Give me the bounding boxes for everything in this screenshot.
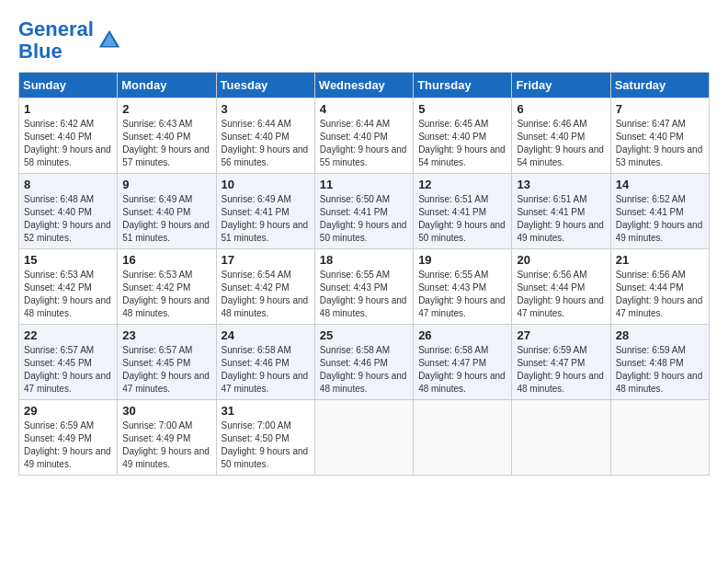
day-info: Sunrise: 7:00 AMSunset: 4:49 PMDaylight:… <box>122 419 210 471</box>
day-info: Sunrise: 6:45 AMSunset: 4:40 PMDaylight:… <box>418 118 506 169</box>
calendar-cell: 17Sunrise: 6:54 AMSunset: 4:42 PMDayligh… <box>216 249 314 325</box>
day-number: 5 <box>418 102 506 116</box>
day-info: Sunrise: 6:44 AMSunset: 4:40 PMDaylight:… <box>222 118 310 169</box>
calendar-cell <box>414 400 512 476</box>
calendar-cell: 18Sunrise: 6:55 AMSunset: 4:43 PMDayligh… <box>314 249 413 325</box>
calendar-cell <box>512 400 610 476</box>
day-header-thursday: Thursday <box>414 73 512 98</box>
day-info: Sunrise: 6:47 AMSunset: 4:40 PMDaylight:… <box>616 118 704 169</box>
day-number: 27 <box>517 328 605 342</box>
day-info: Sunrise: 6:57 AMSunset: 4:45 PMDaylight:… <box>122 344 210 396</box>
day-number: 23 <box>122 328 210 342</box>
day-number: 25 <box>320 328 408 342</box>
day-number: 2 <box>122 102 210 116</box>
calendar-cell: 3Sunrise: 6:44 AMSunset: 4:40 PMDaylight… <box>216 98 314 174</box>
calendar-cell: 19Sunrise: 6:55 AMSunset: 4:43 PMDayligh… <box>414 249 512 325</box>
day-number: 21 <box>616 253 704 267</box>
day-number: 13 <box>517 178 605 191</box>
calendar-cell: 27Sunrise: 6:59 AMSunset: 4:47 PMDayligh… <box>512 325 610 400</box>
day-info: Sunrise: 6:58 AMSunset: 4:46 PMDaylight:… <box>320 344 408 396</box>
day-info: Sunrise: 6:51 AMSunset: 4:41 PMDaylight:… <box>517 193 605 245</box>
day-number: 28 <box>616 328 704 342</box>
day-info: Sunrise: 6:57 AMSunset: 4:45 PMDaylight:… <box>24 344 112 396</box>
logo: General Blue <box>18 18 123 63</box>
calendar-cell: 2Sunrise: 6:43 AMSunset: 4:40 PMDaylight… <box>118 98 216 174</box>
calendar-cell: 24Sunrise: 6:58 AMSunset: 4:46 PMDayligh… <box>216 325 314 400</box>
day-number: 24 <box>222 328 310 342</box>
day-info: Sunrise: 6:55 AMSunset: 4:43 PMDaylight:… <box>320 269 408 320</box>
calendar-week-row: 22Sunrise: 6:57 AMSunset: 4:45 PMDayligh… <box>19 325 710 400</box>
day-number: 15 <box>24 253 112 267</box>
day-info: Sunrise: 6:48 AMSunset: 4:40 PMDaylight:… <box>24 193 112 245</box>
calendar-cell <box>314 400 413 476</box>
day-number: 16 <box>122 253 210 267</box>
calendar-cell: 12Sunrise: 6:51 AMSunset: 4:41 PMDayligh… <box>414 174 512 249</box>
calendar-cell: 1Sunrise: 6:42 AMSunset: 4:40 PMDaylight… <box>19 98 118 174</box>
day-info: Sunrise: 6:58 AMSunset: 4:46 PMDaylight:… <box>222 344 310 396</box>
day-info: Sunrise: 6:46 AMSunset: 4:40 PMDaylight:… <box>517 118 605 169</box>
day-info: Sunrise: 6:59 AMSunset: 4:47 PMDaylight:… <box>517 344 605 396</box>
calendar-cell: 21Sunrise: 6:56 AMSunset: 4:44 PMDayligh… <box>610 249 709 325</box>
day-number: 10 <box>222 178 310 191</box>
day-info: Sunrise: 6:51 AMSunset: 4:41 PMDaylight:… <box>418 193 506 245</box>
calendar-cell: 11Sunrise: 6:50 AMSunset: 4:41 PMDayligh… <box>314 174 413 249</box>
calendar-cell <box>610 400 709 476</box>
day-info: Sunrise: 6:53 AMSunset: 4:42 PMDaylight:… <box>24 269 112 320</box>
calendar-cell: 22Sunrise: 6:57 AMSunset: 4:45 PMDayligh… <box>19 325 118 400</box>
day-header-saturday: Saturday <box>610 73 709 98</box>
logo-icon <box>96 27 123 54</box>
calendar-cell: 25Sunrise: 6:58 AMSunset: 4:46 PMDayligh… <box>314 325 413 400</box>
calendar-cell: 15Sunrise: 6:53 AMSunset: 4:42 PMDayligh… <box>19 249 118 325</box>
calendar-cell: 4Sunrise: 6:44 AMSunset: 4:40 PMDaylight… <box>314 98 413 174</box>
calendar-cell: 5Sunrise: 6:45 AMSunset: 4:40 PMDaylight… <box>414 98 512 174</box>
calendar-cell: 29Sunrise: 6:59 AMSunset: 4:49 PMDayligh… <box>19 400 118 476</box>
day-header-wednesday: Wednesday <box>314 73 413 98</box>
calendar-cell: 20Sunrise: 6:56 AMSunset: 4:44 PMDayligh… <box>512 249 610 325</box>
calendar-week-row: 15Sunrise: 6:53 AMSunset: 4:42 PMDayligh… <box>19 249 710 325</box>
logo-text: General Blue <box>18 18 94 63</box>
day-header-monday: Monday <box>118 73 216 98</box>
calendar-cell: 9Sunrise: 6:49 AMSunset: 4:40 PMDaylight… <box>118 174 216 249</box>
day-info: Sunrise: 6:58 AMSunset: 4:47 PMDaylight:… <box>418 344 506 396</box>
day-number: 12 <box>418 178 506 191</box>
calendar-week-row: 1Sunrise: 6:42 AMSunset: 4:40 PMDaylight… <box>19 98 710 174</box>
calendar-cell: 14Sunrise: 6:52 AMSunset: 4:41 PMDayligh… <box>610 174 709 249</box>
day-info: Sunrise: 6:44 AMSunset: 4:40 PMDaylight:… <box>320 118 408 169</box>
day-info: Sunrise: 6:42 AMSunset: 4:40 PMDaylight:… <box>24 118 112 169</box>
day-number: 22 <box>24 328 112 342</box>
day-info: Sunrise: 6:56 AMSunset: 4:44 PMDaylight:… <box>517 269 605 320</box>
day-info: Sunrise: 6:54 AMSunset: 4:42 PMDaylight:… <box>222 269 310 320</box>
day-info: Sunrise: 6:56 AMSunset: 4:44 PMDaylight:… <box>616 269 704 320</box>
calendar-cell: 16Sunrise: 6:53 AMSunset: 4:42 PMDayligh… <box>118 249 216 325</box>
day-info: Sunrise: 7:00 AMSunset: 4:50 PMDaylight:… <box>222 419 310 471</box>
day-number: 1 <box>24 102 112 116</box>
day-number: 6 <box>517 102 605 116</box>
calendar-cell: 30Sunrise: 7:00 AMSunset: 4:49 PMDayligh… <box>118 400 216 476</box>
day-number: 17 <box>222 253 310 267</box>
day-header-friday: Friday <box>512 73 610 98</box>
day-number: 20 <box>517 253 605 267</box>
day-number: 14 <box>616 178 704 191</box>
day-number: 11 <box>320 178 408 191</box>
calendar-cell: 23Sunrise: 6:57 AMSunset: 4:45 PMDayligh… <box>118 325 216 400</box>
day-number: 4 <box>320 102 408 116</box>
day-number: 30 <box>122 404 210 418</box>
calendar-cell: 28Sunrise: 6:59 AMSunset: 4:48 PMDayligh… <box>610 325 709 400</box>
day-number: 26 <box>418 328 506 342</box>
calendar-cell: 26Sunrise: 6:58 AMSunset: 4:47 PMDayligh… <box>414 325 512 400</box>
calendar-header-row: SundayMondayTuesdayWednesdayThursdayFrid… <box>19 73 710 98</box>
calendar-week-row: 29Sunrise: 6:59 AMSunset: 4:49 PMDayligh… <box>19 400 710 476</box>
day-header-tuesday: Tuesday <box>216 73 314 98</box>
day-header-sunday: Sunday <box>19 73 118 98</box>
calendar-table: SundayMondayTuesdayWednesdayThursdayFrid… <box>18 72 710 476</box>
calendar-week-row: 8Sunrise: 6:48 AMSunset: 4:40 PMDaylight… <box>19 174 710 249</box>
day-number: 3 <box>222 102 310 116</box>
calendar-cell: 31Sunrise: 7:00 AMSunset: 4:50 PMDayligh… <box>216 400 314 476</box>
day-number: 7 <box>616 102 704 116</box>
day-info: Sunrise: 6:53 AMSunset: 4:42 PMDaylight:… <box>122 269 210 320</box>
day-number: 19 <box>418 253 506 267</box>
day-info: Sunrise: 6:49 AMSunset: 4:41 PMDaylight:… <box>222 193 310 245</box>
calendar-cell: 7Sunrise: 6:47 AMSunset: 4:40 PMDaylight… <box>610 98 709 174</box>
day-number: 18 <box>320 253 408 267</box>
day-info: Sunrise: 6:59 AMSunset: 4:48 PMDaylight:… <box>616 344 704 396</box>
